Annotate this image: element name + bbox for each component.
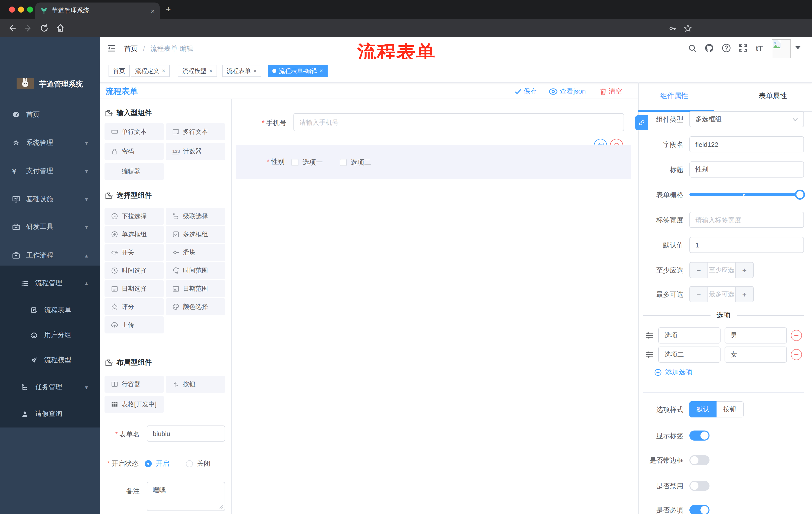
forward-icon[interactable]	[23, 23, 33, 33]
palette-item[interactable]: 123 计数器	[166, 143, 225, 160]
min-select-stepper[interactable]: − 至少应选 +	[689, 262, 754, 278]
tag-home[interactable]: 首页	[109, 65, 129, 77]
selected-component-gender[interactable]: *性别 选项一 选项二	[236, 145, 631, 179]
help-icon[interactable]	[722, 43, 731, 53]
palette-item[interactable]: 多行文本	[166, 123, 225, 140]
field-name-input[interactable]	[689, 136, 804, 153]
stepper-value[interactable]: 最多可选	[708, 287, 735, 302]
sidebar-item-task-management[interactable]: 任务管理 ▼	[0, 377, 100, 397]
canvas-phone-input[interactable]	[293, 113, 624, 131]
tag-close-icon[interactable]: ×	[320, 65, 323, 77]
sidebar-item-process-management[interactable]: 流程管理 ▲	[0, 273, 100, 293]
stepper-minus-button[interactable]: −	[690, 263, 708, 278]
palette-item[interactable]: 开关	[105, 244, 164, 261]
sidebar-item-user-group[interactable]: 用户分组	[0, 325, 100, 345]
palette-item[interactable]: 颜色选择	[166, 298, 225, 315]
tag-close-icon[interactable]: ×	[209, 65, 212, 77]
tab-component-props[interactable]: 组件属性	[660, 91, 688, 101]
home-icon[interactable]	[55, 23, 65, 33]
window-zoom-button[interactable]	[27, 6, 33, 12]
palette-item[interactable]: 滑块	[166, 244, 225, 261]
tag-process-form[interactable]: 流程表单×	[222, 65, 261, 77]
browser-tab[interactable]: 芋道管理系统 ×	[35, 2, 160, 19]
resize-handle-icon[interactable]	[219, 505, 223, 509]
palette-item[interactable]: 密码	[105, 143, 164, 160]
sidebar-item-home[interactable]: 首页	[0, 105, 100, 125]
style-button-button[interactable]: 按钮	[717, 401, 744, 417]
tag-process-model[interactable]: 流程模型×	[178, 65, 217, 77]
stepper-plus-button[interactable]: +	[735, 263, 753, 278]
github-icon[interactable]	[704, 43, 714, 53]
sidebar-item-process-model[interactable]: 流程模型	[0, 350, 100, 370]
sidebar-item-leave-query[interactable]: 请假查询	[0, 404, 100, 424]
palette-item[interactable]: 时间选择	[105, 262, 164, 279]
palette-item[interactable]: 上传	[105, 316, 164, 333]
sidebar-item-devtools[interactable]: 研发工具 ▼	[0, 217, 100, 237]
palette-item[interactable]: 单选框组	[105, 226, 164, 243]
title-input[interactable]	[689, 161, 804, 178]
view-json-button[interactable]: 查看json	[549, 87, 586, 96]
option-label-input[interactable]	[658, 327, 721, 344]
option-drag-handle-icon[interactable]	[645, 331, 654, 340]
palette-item[interactable]: 日期范围	[166, 280, 225, 297]
tag-process-form-edit[interactable]: 流程表单-编辑×	[268, 65, 328, 77]
font-size-icon[interactable]: tT	[756, 44, 763, 52]
status-radio-off[interactable]: 关闭	[186, 459, 210, 468]
gender-checkbox-option-1[interactable]: 选项一	[291, 158, 323, 167]
max-select-stepper[interactable]: − 最多可选 +	[689, 286, 754, 302]
show-label-switch[interactable]	[689, 431, 709, 440]
border-switch[interactable]	[689, 455, 709, 465]
palette-item[interactable]: 下拉选择	[105, 208, 164, 225]
sidebar-item-workflow[interactable]: 工作流程 ▲	[0, 245, 100, 266]
option-drag-handle-icon[interactable]	[645, 350, 654, 359]
palette-item[interactable]: 行容器	[105, 376, 164, 393]
bookmark-star-icon[interactable]	[684, 24, 692, 33]
option-value-input[interactable]	[725, 347, 787, 362]
disabled-switch[interactable]	[689, 481, 709, 491]
option-remove-button[interactable]	[791, 349, 802, 360]
tag-close-icon[interactable]: ×	[162, 65, 165, 77]
palette-item[interactable]: 级联选择	[166, 208, 225, 225]
sidebar-item-process-form[interactable]: 流程表单	[0, 300, 100, 320]
status-radio-on[interactable]: 开启	[145, 459, 169, 468]
form-grid-slider[interactable]	[689, 193, 804, 196]
palette-item[interactable]: 多选框组	[166, 226, 225, 243]
avatar-caret-icon[interactable]	[795, 46, 801, 50]
stepper-minus-button[interactable]: −	[690, 287, 708, 302]
style-default-button[interactable]: 默认	[689, 401, 717, 417]
reload-icon[interactable]	[39, 23, 49, 33]
tag-process-definition[interactable]: 流程定义×	[130, 65, 170, 77]
component-type-select[interactable]: 多选框组	[689, 111, 804, 127]
window-close-button[interactable]	[9, 6, 15, 12]
palette-item[interactable]: 编辑器	[105, 163, 164, 180]
palette-item[interactable]: 评分	[105, 298, 164, 315]
palette-item[interactable]: 表格[开发中]	[105, 396, 164, 413]
palette-item[interactable]: 时间范围	[166, 262, 225, 279]
slider-handle[interactable]	[795, 190, 805, 200]
save-button[interactable]: 保存	[515, 87, 537, 96]
add-option-button[interactable]: 添加选项	[654, 368, 692, 377]
clear-button[interactable]: 清空	[600, 87, 622, 96]
avatar[interactable]	[772, 39, 791, 58]
default-value-input[interactable]	[689, 237, 804, 253]
option-label-input[interactable]	[658, 347, 721, 362]
stepper-value[interactable]: 至少应选	[708, 263, 735, 278]
key-icon[interactable]	[668, 24, 677, 33]
option-value-input[interactable]	[725, 327, 787, 344]
palette-item[interactable]: 日期选择	[105, 280, 164, 297]
hamburger-collapse-icon[interactable]	[107, 44, 116, 53]
fullscreen-icon[interactable]	[738, 43, 748, 52]
stepper-plus-button[interactable]: +	[735, 287, 753, 302]
back-icon[interactable]	[7, 23, 17, 33]
palette-item[interactable]: 单行文本	[105, 123, 164, 140]
tag-close-icon[interactable]: ×	[253, 65, 257, 77]
new-tab-button[interactable]: +	[166, 4, 171, 15]
tab-close-icon[interactable]: ×	[151, 7, 155, 15]
remark-textarea[interactable]: 嘿嘿	[147, 482, 225, 511]
tab-form-props[interactable]: 表单属性	[759, 91, 787, 101]
sidebar-item-system[interactable]: 系统管理 ▼	[0, 133, 100, 153]
palette-item[interactable]: 按钮	[166, 376, 225, 393]
label-width-input[interactable]	[689, 212, 804, 228]
breadcrumb-root[interactable]: 首页	[124, 45, 138, 52]
required-switch[interactable]	[689, 505, 709, 514]
